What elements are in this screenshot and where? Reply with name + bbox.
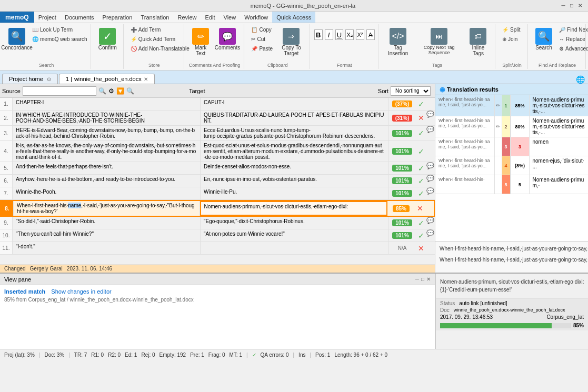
advanced-button[interactable]: ⚙ Advanced: [556, 44, 588, 53]
menu-project[interactable]: Project: [34, 12, 61, 23]
table-row[interactable]: 5. And·then·he·feels·that·perhaps·there·…: [0, 162, 435, 175]
row-target-cell[interactable]: "At·non·potes·cum·Winnie·vocare!": [201, 229, 388, 242]
row-target-cell[interactable]: "Ego·quoque,"·dixit·Christophorus·Robinu…: [201, 217, 388, 229]
strikethrough-button[interactable]: A̶: [366, 29, 375, 40]
row-target-cell[interactable]: CAPUT·I: [201, 98, 388, 110]
view-pane-close-button[interactable]: ✕: [426, 276, 431, 282]
menu-workflow[interactable]: Workflow: [240, 12, 272, 23]
menu-edit[interactable]: Edit: [201, 12, 220, 23]
view-pane-min-button[interactable]: ─: [415, 276, 419, 282]
table-row[interactable]: 11. "I·don't." N/A ✕: [0, 242, 435, 255]
comments-button[interactable]: 💬 Comments: [214, 25, 241, 53]
row-source-cell[interactable]: Anyhow,·here·he·is·at·the·bottom,·and·re…: [13, 175, 201, 187]
globe-icon[interactable]: 🌐: [576, 75, 585, 84]
row-status-cell: ✓: [416, 126, 426, 140]
row-source-cell[interactable]: When·I·first·heard·his·name,·I·said,·'ju…: [14, 201, 200, 216]
split-button[interactable]: ⚡ Split: [500, 25, 523, 34]
translation-grid: Source 🔍 ⚙ 🔽 🔍 Target Sort No sorting 1: [0, 84, 435, 273]
table-row[interactable]: 7. Winnie-the-Pooh. Winnie·ille·Pu. 101%…: [0, 187, 435, 200]
row-target-cell[interactable]: Deinde·censet·alios·modos·non·esse.: [201, 162, 388, 174]
superscript-button[interactable]: X²: [356, 29, 364, 40]
add-term-button[interactable]: ➕ Add Term: [128, 25, 192, 34]
bold-button[interactable]: B: [314, 29, 323, 40]
copy-button[interactable]: 📋 Copy: [248, 25, 275, 34]
row-source-cell[interactable]: Winnie-the-Pooh.: [13, 187, 201, 199]
memoq-logo[interactable]: memoQ: [0, 12, 34, 23]
row-target-cell[interactable]: Ecce·Eduardus·Ursus·scalis·nunc·tump-tum…: [201, 126, 388, 140]
table-row[interactable]: 10. "Then·you·can't·call·him·Winnie?" "A…: [0, 229, 435, 242]
confirm-button[interactable]: ✓ Confirm: [95, 25, 120, 53]
table-row[interactable]: 1. CHAPTER·I CAPUT·I (37%) ✓: [0, 98, 435, 110]
tag-insertion-button[interactable]: </> Tag Insertion: [383, 25, 414, 59]
underline-button[interactable]: U: [335, 29, 344, 40]
view-pane-match-label[interactable]: Inserted match: [4, 288, 45, 295]
result-item[interactable]: When·I·first·heard·his·name,·I·said,·'ju…: [435, 116, 588, 137]
copy-next-tag-button[interactable]: ⏭ Copy Next Tag Sequence: [414, 25, 464, 58]
menu-view[interactable]: View: [220, 12, 241, 23]
row-target-cell[interactable]: En,·nunc·ipse·in·imo·est,·vobis·ostentar…: [201, 175, 388, 187]
row-source-cell[interactable]: HERE·is·Edward·Bear,·coming·downstairs·n…: [13, 126, 201, 140]
table-row[interactable]: 4. It·is,·as·far·as·he·knows,·the·only·w…: [0, 141, 435, 162]
join-button[interactable]: ⊕ Join: [500, 35, 523, 44]
source-search-icon[interactable]: 🔍: [98, 87, 106, 95]
tab-close-button[interactable]: ✕: [144, 76, 148, 82]
mark-text-button[interactable]: ✏ Mark Text: [188, 25, 213, 59]
look-up-term-button[interactable]: 📖 Look Up Term: [29, 25, 89, 34]
cut-button[interactable]: ✂ Cut: [248, 35, 275, 44]
menu-quick-access[interactable]: Quick Access: [272, 12, 315, 23]
memoq-web-search-button[interactable]: 🌐 memoQ web search: [29, 35, 89, 44]
table-row-active[interactable]: 8. When·I·first·heard·his·name,·I·said,·…: [0, 200, 435, 217]
paste-button[interactable]: 📌 Paste: [248, 44, 275, 53]
row-source-cell[interactable]: CHAPTER·I: [13, 98, 201, 110]
row-target-cell[interactable]: Est·quod·sciat·unus·et·solus·modus·gradi…: [201, 141, 388, 162]
copy-to-target-button[interactable]: ⇒ Copy To Target: [276, 25, 306, 59]
table-row[interactable]: 3. HERE·is·Edward·Bear,·coming·downstair…: [0, 126, 435, 141]
view-pane-restore-button[interactable]: □: [421, 276, 424, 282]
row-target-cell[interactable]: Winnie·ille·Pu.: [201, 187, 388, 199]
subscript-button[interactable]: X₂: [345, 29, 354, 40]
view-pane-show-changes[interactable]: Show changes in editor: [51, 288, 111, 295]
italic-button[interactable]: I: [325, 29, 333, 40]
sort-select[interactable]: No sorting: [391, 86, 431, 96]
maximize-button[interactable]: □: [568, 2, 575, 9]
row-target-cell[interactable]: [201, 242, 388, 254]
concordance-button[interactable]: 🔍 Concordance: [5, 25, 28, 53]
source-search-input[interactable]: [23, 86, 96, 96]
row-source-cell[interactable]: And·then·he·feels·that·perhaps·there·isn…: [13, 162, 201, 174]
source-settings-icon[interactable]: ⚙: [108, 87, 114, 95]
row-source-cell[interactable]: It·is,·as·far·as·he·knows,·the·only·way·…: [13, 141, 201, 162]
tab-document[interactable]: 1 | winnie_the_pooh_en.docx ✕: [59, 74, 155, 84]
menu-review[interactable]: Review: [173, 12, 201, 23]
search-label: Search: [535, 45, 552, 51]
table-row[interactable]: 2. IN·WHICH·WE·ARE·INTRODUCED·TO·WINNIE-…: [0, 110, 435, 126]
menu-preparation[interactable]: Preparation: [98, 12, 137, 23]
row-number-active: 8.: [1, 201, 14, 216]
result-item[interactable]: When·I·first·heard·his·name,·I·said,·'ju…: [435, 156, 588, 175]
show-changes-link[interactable]: Show changes in editor: [51, 288, 111, 295]
row-source-cell[interactable]: "Then·you·can't·call·him·Winnie?": [13, 229, 201, 242]
result-item[interactable]: When·I·first·heard·his· 5 5 Nomen·audien…: [435, 175, 588, 194]
find-next-button[interactable]: 🔎 Find Next: [556, 25, 588, 34]
menu-translation[interactable]: Translation: [136, 12, 173, 23]
quick-add-term-button[interactable]: ⚡ Quick Add Term: [128, 35, 192, 44]
row-source-cell[interactable]: "So·did·I,"·said·Christopher·Robin.: [13, 217, 201, 229]
row-target-cell[interactable]: QUIBUS·TRADITATUR·AD·LAUREA·POOH·ET·APES…: [201, 110, 388, 125]
replace-button[interactable]: ↔ Replace: [556, 35, 588, 44]
result-item[interactable]: When·I·first·heard·his·name,·I·said,·'ju…: [435, 95, 588, 116]
table-row[interactable]: 6. Anyhow,·here·he·is·at·the·bottom,·and…: [0, 175, 435, 187]
table-row[interactable]: 9. "So·did·I,"·said·Christopher·Robin. "…: [0, 217, 435, 229]
menu-documents[interactable]: Documents: [61, 12, 98, 23]
minimize-button[interactable]: ─: [560, 2, 567, 9]
inline-tags-button[interactable]: 🏷 Inline Tags: [465, 25, 492, 59]
result-item[interactable]: When·I·first·heard·his·name,·I·said,·'ju…: [435, 137, 588, 156]
row-target-cell-active[interactable]: Nomen·audiens·primum,·sicut·vos·dicturi·…: [200, 201, 388, 216]
inline-tags-icon: 🏷: [470, 28, 486, 45]
source-filter-icon[interactable]: 🔽: [116, 87, 124, 95]
tab-project-home[interactable]: Project home ⊙: [2, 74, 58, 84]
search-button[interactable]: 🔍 Search: [532, 25, 555, 53]
source-zoom-icon[interactable]: 🔍: [126, 87, 134, 95]
close-button[interactable]: ✕: [576, 2, 584, 9]
add-non-translatable-button[interactable]: 🚫 Add Non-Translatable: [128, 44, 192, 53]
row-source-cell[interactable]: "I·don't.": [13, 242, 201, 254]
row-source-cell[interactable]: IN·WHICH·WE·ARE·INTRODUCED·TO·WINNIE-THE…: [13, 110, 201, 125]
